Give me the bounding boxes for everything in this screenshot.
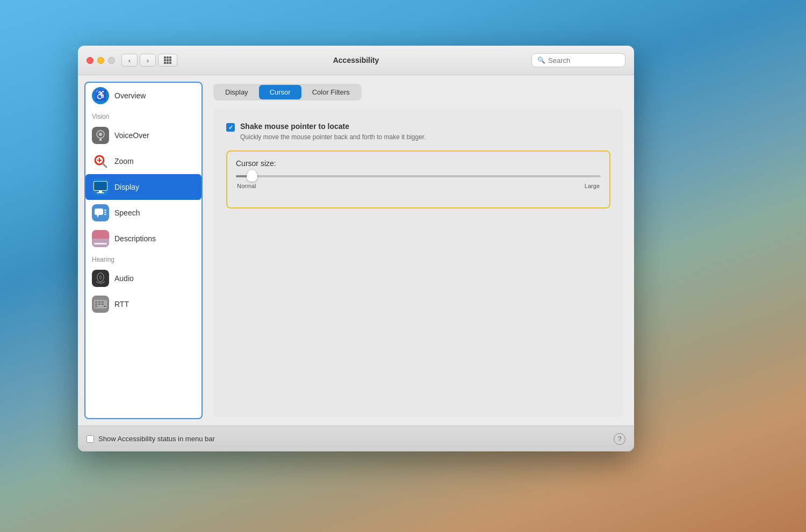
- overview-icon: ♿: [92, 87, 109, 104]
- status-bar-label: Show Accessibility status in menu bar: [98, 435, 215, 443]
- shake-checkbox[interactable]: [226, 123, 235, 132]
- sidebar-item-speech-label: Speech: [114, 209, 140, 217]
- content-area: Shake mouse pointer to locate Quickly mo…: [213, 109, 623, 417]
- status-bar-checkbox[interactable]: [87, 435, 94, 443]
- sidebar-item-audio[interactable]: Audio: [85, 265, 202, 291]
- descriptions-icon: [92, 230, 109, 247]
- svg-rect-3: [164, 59, 166, 61]
- sidebar-item-overview[interactable]: ♿ Overview: [85, 83, 202, 109]
- svg-rect-7: [167, 62, 169, 64]
- svg-rect-30: [104, 214, 106, 215]
- main-content: ♿ Overview Vision VoiceOver: [78, 75, 634, 426]
- slider-min-label: Normal: [237, 183, 256, 189]
- slider-thumb[interactable]: [247, 170, 257, 182]
- maximize-button[interactable]: [108, 57, 115, 64]
- svg-rect-43: [95, 301, 97, 303]
- search-icon: 🔍: [537, 56, 545, 64]
- display-icon: [92, 178, 109, 196]
- cursor-size-label: Cursor size:: [236, 159, 601, 168]
- bottom-bar: Show Accessibility status in menu bar ?: [78, 426, 634, 451]
- speech-icon: [92, 204, 109, 221]
- titlebar: ‹ › Accessibility 🔍: [78, 46, 634, 75]
- sidebar-item-zoom-label: Zoom: [114, 157, 134, 166]
- svg-rect-1: [167, 56, 169, 59]
- svg-rect-5: [169, 59, 171, 61]
- grid-icon: [164, 56, 171, 64]
- minimize-button[interactable]: [97, 57, 104, 64]
- zoom-icon: [92, 153, 109, 170]
- sidebar-item-rtt-label: RTT: [114, 300, 129, 308]
- sidebar-item-descriptions-label: Descriptions: [114, 234, 156, 243]
- vision-section-header: Vision: [85, 109, 202, 123]
- sidebar-item-voiceover-label: VoiceOver: [114, 131, 149, 140]
- cursor-size-box: Cursor size: Normal Large: [226, 150, 610, 209]
- shake-checkbox-subtitle: Quickly move the mouse pointer back and …: [240, 133, 426, 142]
- svg-rect-0: [164, 56, 166, 59]
- sidebar-item-zoom[interactable]: Zoom: [85, 148, 202, 174]
- slider-container: Normal Large: [236, 175, 601, 200]
- svg-rect-14: [99, 139, 102, 141]
- svg-rect-29: [104, 212, 106, 213]
- slider-max-label: Large: [585, 183, 600, 189]
- sidebar-item-speech[interactable]: Speech: [85, 200, 202, 226]
- svg-rect-35: [92, 230, 109, 239]
- voiceover-icon: [92, 127, 109, 144]
- svg-rect-22: [94, 182, 107, 190]
- shake-checkbox-title: Shake mouse pointer to locate: [240, 122, 426, 131]
- svg-rect-49: [102, 304, 104, 305]
- svg-point-13: [99, 133, 102, 136]
- back-button[interactable]: ‹: [121, 54, 138, 67]
- close-button[interactable]: [87, 57, 93, 64]
- svg-text:♿: ♿: [95, 89, 107, 101]
- svg-rect-47: [98, 304, 100, 305]
- grid-button[interactable]: [158, 54, 177, 67]
- svg-rect-6: [164, 62, 166, 64]
- shake-checkbox-row: Shake mouse pointer to locate Quickly mo…: [226, 122, 610, 142]
- sidebar-item-rtt[interactable]: RTT: [85, 291, 202, 317]
- svg-rect-26: [95, 209, 103, 215]
- sidebar: ♿ Overview Vision VoiceOver: [84, 82, 203, 419]
- svg-rect-46: [98, 301, 100, 303]
- rtt-icon: [92, 296, 109, 313]
- main-window: ‹ › Accessibility 🔍: [78, 46, 634, 451]
- slider-track: [236, 175, 601, 177]
- svg-rect-44: [95, 304, 97, 305]
- svg-point-40: [99, 275, 102, 280]
- svg-rect-23: [99, 191, 102, 192]
- hearing-section-header: Hearing: [85, 251, 202, 265]
- traffic-lights: [87, 57, 115, 64]
- svg-rect-4: [167, 59, 169, 61]
- svg-rect-48: [102, 301, 104, 303]
- search-input[interactable]: [548, 56, 620, 64]
- help-button[interactable]: ?: [614, 433, 625, 445]
- sidebar-item-audio-label: Audio: [114, 274, 134, 283]
- audio-icon: [92, 270, 109, 287]
- svg-rect-28: [104, 210, 106, 211]
- sidebar-item-overview-label: Overview: [114, 91, 146, 100]
- svg-rect-2: [169, 56, 171, 59]
- sidebar-item-display[interactable]: Display: [85, 174, 202, 200]
- window-title: Accessibility: [333, 56, 379, 64]
- right-panel: Display Cursor Color Filters Shake mouse…: [203, 75, 634, 426]
- svg-rect-8: [169, 62, 171, 64]
- svg-rect-37: [94, 243, 107, 245]
- sidebar-item-voiceover[interactable]: VoiceOver: [85, 123, 202, 148]
- svg-rect-24: [97, 192, 104, 193]
- tabs-container: Display Cursor Color Filters: [213, 84, 362, 100]
- shake-checkbox-text: Shake mouse pointer to locate Quickly mo…: [240, 122, 426, 142]
- nav-buttons: ‹ ›: [121, 54, 156, 67]
- search-box[interactable]: 🔍: [531, 53, 625, 67]
- forward-button[interactable]: ›: [140, 54, 156, 67]
- sidebar-item-display-label: Display: [114, 183, 139, 191]
- sidebar-item-descriptions[interactable]: Descriptions: [85, 226, 202, 251]
- svg-rect-45: [95, 306, 97, 307]
- svg-rect-50: [104, 306, 106, 307]
- tab-color-filters[interactable]: Color Filters: [301, 85, 361, 99]
- tab-cursor[interactable]: Cursor: [259, 85, 301, 99]
- tab-display[interactable]: Display: [214, 85, 259, 99]
